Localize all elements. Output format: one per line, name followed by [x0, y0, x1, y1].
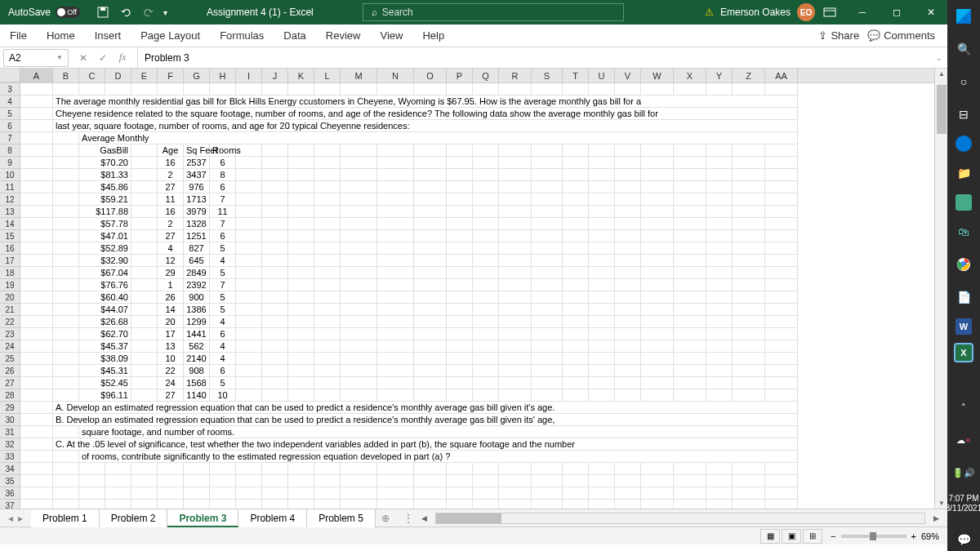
cell[interactable] [377, 83, 414, 96]
notepad-icon[interactable]: 📄 [952, 286, 975, 309]
cell[interactable]: 2140 [184, 353, 210, 365]
cell[interactable] [53, 463, 79, 475]
cell[interactable] [473, 255, 499, 267]
cell[interactable]: 7 [210, 279, 236, 291]
cell[interactable] [563, 316, 589, 328]
cell[interactable] [641, 242, 674, 255]
column-header[interactable]: P [447, 69, 473, 82]
cell[interactable] [589, 144, 615, 157]
scroll-down-icon[interactable]: ▼ [938, 500, 945, 507]
cell[interactable] [131, 193, 158, 206]
cell[interactable]: 2 [158, 218, 184, 230]
cell[interactable] [131, 365, 158, 377]
cell[interactable] [499, 206, 532, 218]
cell[interactable]: $81.33 [79, 169, 131, 181]
column-header[interactable]: O [414, 69, 447, 82]
cell[interactable] [473, 316, 499, 328]
cell[interactable]: of rooms, contribute significantly to th… [79, 451, 798, 463]
cell[interactable] [641, 230, 674, 242]
cell[interactable] [262, 353, 288, 365]
cell[interactable] [473, 365, 499, 377]
cell[interactable] [131, 340, 158, 353]
cell[interactable] [706, 340, 733, 353]
cell[interactable] [262, 377, 288, 389]
cell[interactable] [288, 193, 314, 206]
cell[interactable] [674, 169, 706, 181]
cell[interactable] [236, 267, 262, 279]
cell[interactable] [53, 304, 79, 316]
cell[interactable] [377, 267, 414, 279]
cell[interactable] [105, 500, 131, 509]
cell[interactable]: 16 [158, 206, 184, 218]
cell[interactable]: $45.37 [79, 340, 131, 353]
tray-chevron-icon[interactable]: ˄ [952, 396, 975, 419]
cell[interactable] [674, 365, 706, 377]
cell[interactable] [589, 463, 615, 475]
cell[interactable] [532, 487, 563, 500]
row-header[interactable]: 10 [0, 169, 20, 181]
cell[interactable] [674, 340, 706, 353]
cell[interactable]: 6 [210, 230, 236, 242]
cell[interactable] [532, 377, 563, 389]
cell[interactable]: $47.01 [79, 230, 131, 242]
cell[interactable] [473, 353, 499, 365]
cell[interactable]: $117.88 [79, 206, 131, 218]
cell[interactable] [236, 255, 262, 267]
cell[interactable] [288, 267, 314, 279]
cell[interactable] [314, 230, 341, 242]
cell[interactable] [414, 169, 447, 181]
cell[interactable] [706, 181, 733, 193]
cell[interactable] [765, 389, 798, 402]
cell[interactable] [641, 463, 674, 475]
cell[interactable] [733, 169, 765, 181]
cell[interactable] [674, 242, 706, 255]
cell[interactable] [674, 304, 706, 316]
cell[interactable] [288, 463, 314, 475]
cell[interactable] [236, 304, 262, 316]
cell[interactable] [236, 230, 262, 242]
cell[interactable] [20, 108, 53, 120]
row-header[interactable]: 33 [0, 451, 20, 463]
row-header[interactable]: 34 [0, 463, 20, 475]
cell[interactable] [158, 500, 184, 509]
cell[interactable] [262, 267, 288, 279]
cell[interactable] [641, 500, 674, 509]
cell[interactable] [314, 389, 341, 402]
column-header[interactable]: K [288, 69, 314, 82]
cell[interactable] [563, 463, 589, 475]
cell[interactable] [262, 500, 288, 509]
cell[interactable] [765, 500, 798, 509]
cell[interactable] [131, 218, 158, 230]
cell[interactable] [674, 328, 706, 340]
cell[interactable] [184, 463, 210, 475]
column-header[interactable]: H [210, 69, 236, 82]
cell[interactable] [615, 463, 641, 475]
cell[interactable] [563, 255, 589, 267]
cell[interactable] [236, 193, 262, 206]
cell[interactable] [288, 279, 314, 291]
cell[interactable] [414, 291, 447, 304]
cell[interactable] [447, 230, 473, 242]
cell[interactable] [414, 255, 447, 267]
windows-start-icon[interactable] [952, 5, 975, 28]
cell[interactable] [499, 181, 532, 193]
cell[interactable] [53, 451, 79, 463]
cell[interactable] [414, 475, 447, 487]
cell[interactable] [615, 377, 641, 389]
cell[interactable] [765, 267, 798, 279]
cell[interactable] [236, 463, 262, 475]
ribbon-tab-home[interactable]: Home [37, 24, 85, 47]
cell[interactable] [341, 475, 377, 487]
cell[interactable]: $60.40 [79, 291, 131, 304]
row-header[interactable]: 19 [0, 279, 20, 291]
cell[interactable]: $52.89 [79, 242, 131, 255]
cell[interactable] [589, 267, 615, 279]
cell[interactable] [314, 475, 341, 487]
cell[interactable] [262, 157, 288, 169]
row-header[interactable]: 26 [0, 365, 20, 377]
cell[interactable] [589, 500, 615, 509]
cell[interactable] [131, 487, 158, 500]
row-header[interactable]: 3 [0, 83, 20, 96]
cell[interactable] [733, 377, 765, 389]
cell[interactable] [288, 157, 314, 169]
